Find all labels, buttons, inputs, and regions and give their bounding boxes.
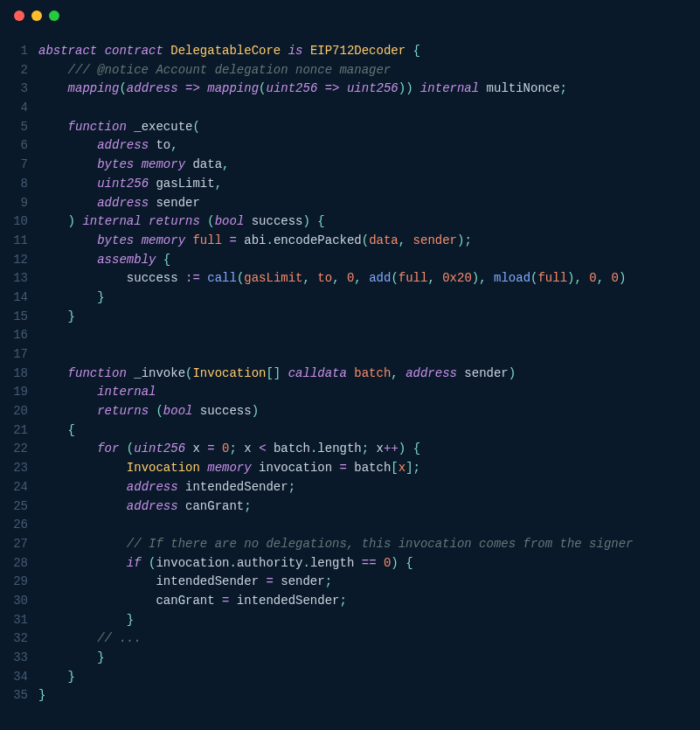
code-line: } [38, 289, 690, 308]
line-number: 18 [0, 365, 28, 384]
code-line: success := call(gasLimit, to, 0, add(ful… [38, 269, 690, 289]
code-line: /// @notice Account delegation nonce man… [38, 61, 690, 80]
code-window: 1234567891011121314151617181920212223242… [0, 0, 700, 727]
line-number: 31 [0, 611, 28, 630]
code-line: abstract contract DelegatableCore is EIP… [38, 42, 690, 61]
line-number: 16 [0, 326, 28, 345]
line-number: 28 [0, 554, 28, 574]
code-line: } [38, 686, 690, 706]
code-line: returns (bool success) [38, 402, 690, 421]
line-gutter: 1234567891011121314151617181920212223242… [0, 42, 38, 706]
line-number: 33 [0, 649, 28, 668]
line-number: 5 [0, 118, 28, 137]
code-line: mapping(address => mapping(uint256 => ui… [38, 80, 690, 99]
code-line: canGrant = intendedSender; [38, 592, 690, 611]
line-number: 10 [0, 212, 28, 232]
line-number: 30 [0, 592, 28, 611]
code-line: internal [38, 383, 690, 402]
maximize-icon[interactable] [49, 10, 59, 21]
code-line: Invocation memory invocation = batch[x]; [38, 459, 690, 478]
line-number: 9 [0, 194, 28, 213]
minimize-icon[interactable] [31, 10, 42, 21]
code-line: { [38, 421, 690, 441]
line-number: 21 [0, 421, 28, 441]
code-line: // ... [38, 629, 690, 649]
line-number: 32 [0, 629, 28, 649]
line-number: 23 [0, 459, 28, 478]
code-line [38, 326, 690, 345]
code-line: uint256 gasLimit, [38, 175, 690, 194]
line-number: 14 [0, 289, 28, 308]
line-number: 17 [0, 345, 28, 365]
line-number: 13 [0, 269, 28, 289]
line-number: 29 [0, 573, 28, 592]
line-number: 22 [0, 440, 28, 459]
line-number: 4 [0, 99, 28, 118]
code-line: } [38, 308, 690, 327]
code-line [38, 345, 690, 365]
line-number: 11 [0, 232, 28, 251]
code-line: bytes memory full = abi.encodePacked(dat… [38, 232, 690, 251]
close-icon[interactable] [14, 10, 24, 21]
line-number: 6 [0, 136, 28, 156]
code-area: 1234567891011121314151617181920212223242… [0, 31, 700, 727]
code-line: } [38, 611, 690, 630]
code-line [38, 99, 690, 118]
code-line: // If there are no delegations, this inv… [38, 535, 690, 554]
code-line: } [38, 649, 690, 668]
code-line: function _invoke(Invocation[] calldata b… [38, 365, 690, 384]
line-number: 26 [0, 516, 28, 535]
line-number: 20 [0, 402, 28, 421]
line-number: 34 [0, 668, 28, 687]
code-line: address intendedSender; [38, 478, 690, 497]
code-content: abstract contract DelegatableCore is EIP… [38, 42, 690, 706]
line-number: 7 [0, 156, 28, 175]
line-number: 25 [0, 497, 28, 517]
code-line: intendedSender = sender; [38, 573, 690, 592]
code-line: if (invocation.authority.length == 0) { [38, 554, 690, 574]
code-line: address to, [38, 136, 690, 156]
code-line: address sender [38, 194, 690, 213]
code-line: address canGrant; [38, 497, 690, 517]
line-number: 8 [0, 175, 28, 194]
code-line: for (uint256 x = 0; x < batch.length; x+… [38, 440, 690, 459]
code-line: bytes memory data, [38, 156, 690, 175]
line-number: 27 [0, 535, 28, 554]
code-line: function _execute( [38, 118, 690, 137]
line-number: 2 [0, 61, 28, 80]
line-number: 3 [0, 80, 28, 99]
code-line [38, 516, 690, 535]
line-number: 15 [0, 308, 28, 327]
code-line: assembly { [38, 251, 690, 270]
line-number: 19 [0, 383, 28, 402]
code-line: ) internal returns (bool success) { [38, 212, 690, 232]
window-titlebar [0, 0, 700, 31]
line-number: 35 [0, 686, 28, 706]
line-number: 1 [0, 42, 28, 61]
line-number: 24 [0, 478, 28, 497]
line-number: 12 [0, 251, 28, 270]
code-line: } [38, 668, 690, 687]
